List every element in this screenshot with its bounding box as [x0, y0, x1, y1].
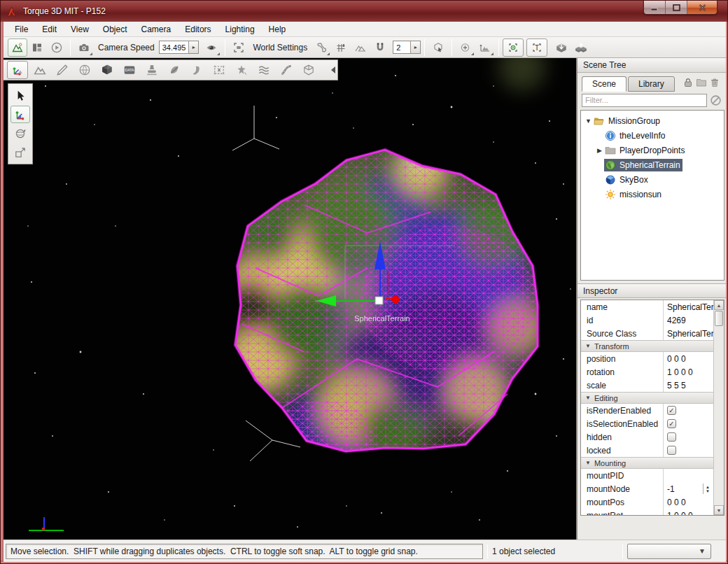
checkbox[interactable]	[667, 446, 676, 455]
tree-item-body[interactable]: MissionGroup	[593, 115, 662, 127]
frame-current-button[interactable]	[229, 38, 248, 57]
scrollbar-thumb[interactable]	[715, 311, 723, 326]
inspector-section-transform[interactable]: ▼Transform	[581, 340, 713, 352]
field-value[interactable]: 1 0 0 0	[667, 511, 693, 516]
select-tool-button[interactable]	[10, 87, 30, 104]
grid-snap-icon[interactable]	[331, 38, 351, 57]
play-game-button[interactable]	[47, 38, 66, 57]
fetch-object-icon[interactable]	[552, 38, 571, 57]
object-editor-button[interactable]	[7, 61, 28, 79]
add-object-icon[interactable]	[456, 38, 475, 57]
checkbox[interactable]: ✓	[667, 419, 676, 428]
camera-speed-field[interactable]: 34.495 ▸	[159, 41, 200, 54]
editor-split-icon[interactable]	[27, 38, 47, 57]
river-editor-button[interactable]	[253, 61, 274, 79]
tree-item-sphericalterrain[interactable]: SphericalTerrain	[581, 157, 724, 172]
object-snap-icon[interactable]	[428, 38, 448, 57]
camera-menu-button[interactable]	[74, 38, 94, 57]
tree-item-skybox[interactable]: SkyBox	[581, 172, 724, 187]
tree-item-playerdroppoints[interactable]: ▶PlayerDropPoints	[581, 143, 724, 157]
scroll-down-icon[interactable]: ▼	[714, 505, 724, 515]
field-value[interactable]: 1 0 0 0	[667, 367, 693, 377]
tree-item-body[interactable]: SkyBox	[604, 174, 650, 186]
soft-snap-magnet-icon[interactable]	[370, 38, 390, 57]
snap-iterations-field[interactable]: 2 ▸	[393, 41, 421, 54]
section-collapse-icon[interactable]: ▼	[585, 343, 591, 349]
expander-icon[interactable]: ▼	[584, 118, 593, 125]
menu-item-camera[interactable]: Camera	[134, 22, 178, 36]
mission-area-editor-button[interactable]	[209, 61, 230, 79]
trash-icon[interactable]	[709, 77, 720, 88]
rotate-tool-button[interactable]	[10, 125, 30, 142]
title-bar[interactable]: Torque 3D MIT - P152	[1, 1, 727, 22]
mesh-editor-button[interactable]	[97, 61, 118, 79]
tree-item-body[interactable]: SphericalTerrain	[604, 159, 682, 171]
move-tool-button[interactable]	[10, 106, 30, 123]
menu-item-lighting[interactable]: Lighting	[218, 22, 262, 36]
field-value[interactable]: 4269	[667, 316, 686, 325]
world-editor-button[interactable]	[8, 38, 27, 57]
inspector-field-source-class: Source ClassSphericalTerrain	[581, 327, 713, 340]
minimize-button[interactable]	[644, 1, 666, 14]
menu-item-editors[interactable]: Editors	[178, 22, 218, 36]
world-settings-wrench-icon[interactable]	[312, 38, 331, 57]
visibility-button[interactable]	[202, 38, 221, 57]
menu-item-file[interactable]: File	[8, 22, 35, 36]
field-value[interactable]: SphericalTerrain	[667, 302, 713, 312]
sky-glow	[498, 58, 546, 91]
terrain-editor-button[interactable]	[29, 61, 50, 79]
tab-scene[interactable]: Scene	[582, 76, 626, 92]
menu-item-view[interactable]: View	[64, 22, 96, 36]
value-spinner[interactable]: ▲▼	[703, 484, 712, 494]
tree-item-missiongroup[interactable]: ▼MissionGroup	[581, 113, 724, 128]
datablock-editor-button[interactable]: DATA	[119, 61, 140, 79]
filter-input[interactable]	[582, 94, 707, 107]
field-value[interactable]: 0 0 0	[667, 498, 686, 507]
palette-collapse-icon[interactable]	[331, 66, 335, 73]
render-world-toggle-button[interactable]	[503, 38, 524, 57]
mesh-road-editor-button[interactable]	[276, 61, 297, 79]
text-editor-toggle-button[interactable]: T	[526, 38, 547, 57]
inspector-section-mounting[interactable]: ▼Mounting	[581, 457, 713, 469]
transform-tools-icon[interactable]	[475, 38, 495, 57]
expander-icon[interactable]: ▶	[595, 147, 604, 154]
filter-clear-icon[interactable]	[710, 94, 722, 106]
field-value[interactable]: SphericalTerrain	[667, 329, 713, 339]
tree-item-thelevelinfo[interactable]: theLevelInfo	[581, 128, 724, 143]
material-editor-button[interactable]	[74, 61, 95, 79]
folder-icon[interactable]	[696, 77, 707, 88]
field-value[interactable]: 0 0 0	[667, 354, 686, 364]
scale-tool-button[interactable]	[10, 143, 30, 161]
status-dropdown[interactable]: ▼	[627, 544, 711, 559]
forest-editor-button[interactable]	[164, 61, 185, 79]
checkbox[interactable]	[667, 432, 676, 442]
create-prefab-icon[interactable]	[571, 38, 591, 57]
tree-item-body[interactable]: PlayerDropPoints	[604, 144, 687, 157]
viewport[interactable]: SphericalTerrain	[4, 58, 576, 540]
tab-library[interactable]: Library	[628, 76, 675, 92]
field-value[interactable]: -1	[667, 484, 675, 494]
tree-item-missionsun[interactable]: missionsun	[581, 187, 724, 202]
scroll-up-icon[interactable]: ▲	[714, 300, 724, 310]
terrain-snap-icon[interactable]	[351, 38, 370, 57]
menu-item-edit[interactable]: Edit	[35, 22, 64, 36]
close-button[interactable]	[687, 1, 717, 14]
inspector-scrollbar[interactable]: ▲ ▼	[713, 300, 724, 515]
maximize-button[interactable]	[666, 1, 687, 14]
shape-editor-button[interactable]	[298, 61, 319, 79]
menu-item-help[interactable]: Help	[262, 22, 293, 36]
tree-item-body[interactable]: theLevelInfo	[604, 129, 667, 142]
section-collapse-icon[interactable]: ▼	[585, 460, 591, 466]
field-value[interactable]: 5 5 5	[667, 381, 686, 390]
terrain-painter-button[interactable]	[52, 61, 73, 79]
scene-tree-actions	[682, 77, 720, 88]
lock-icon[interactable]	[682, 77, 694, 88]
section-collapse-icon[interactable]: ▼	[585, 395, 591, 401]
decal-editor-button[interactable]	[141, 61, 162, 79]
menu-item-object[interactable]: Object	[96, 22, 134, 36]
particle-editor-button[interactable]	[231, 61, 252, 79]
road-editor-button[interactable]	[186, 61, 207, 79]
checkbox[interactable]: ✓	[667, 406, 676, 415]
inspector-section-editing[interactable]: ▼Editing	[581, 392, 713, 404]
tree-item-body[interactable]: missionsun	[604, 188, 664, 201]
